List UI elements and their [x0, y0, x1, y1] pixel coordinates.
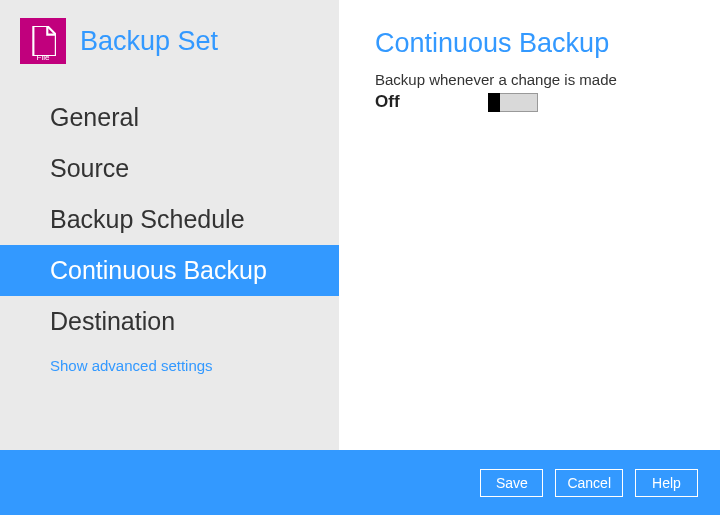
file-icon: File — [20, 18, 66, 64]
continuous-backup-toggle-row: Off — [375, 92, 690, 112]
sidebar-item-continuous-backup[interactable]: Continuous Backup — [0, 245, 339, 296]
sidebar-item-backup-schedule[interactable]: Backup Schedule — [0, 194, 339, 245]
cancel-button[interactable]: Cancel — [555, 469, 623, 497]
nav: General Source Backup Schedule Continuou… — [0, 74, 339, 374]
main-panel: Continuous Backup Backup whenever a chan… — [339, 0, 720, 450]
toggle-knob — [488, 93, 500, 112]
toggle-state-label: Off — [375, 92, 400, 112]
file-icon-caption: File — [37, 54, 50, 62]
page-title: Backup Set — [80, 26, 218, 57]
help-button[interactable]: Help — [635, 469, 698, 497]
continuous-backup-toggle[interactable] — [488, 93, 538, 112]
sidebar-item-destination[interactable]: Destination — [0, 296, 339, 347]
footer-bar: Save Cancel Help — [0, 450, 720, 515]
sidebar-item-source[interactable]: Source — [0, 143, 339, 194]
sidebar-item-general[interactable]: General — [0, 92, 339, 143]
save-button[interactable]: Save — [480, 469, 543, 497]
sidebar-header: File Backup Set — [0, 0, 339, 74]
show-advanced-settings-link[interactable]: Show advanced settings — [0, 347, 339, 374]
section-title: Continuous Backup — [375, 28, 690, 59]
sidebar: File Backup Set General Source Backup Sc… — [0, 0, 339, 450]
section-description: Backup whenever a change is made — [375, 71, 690, 88]
